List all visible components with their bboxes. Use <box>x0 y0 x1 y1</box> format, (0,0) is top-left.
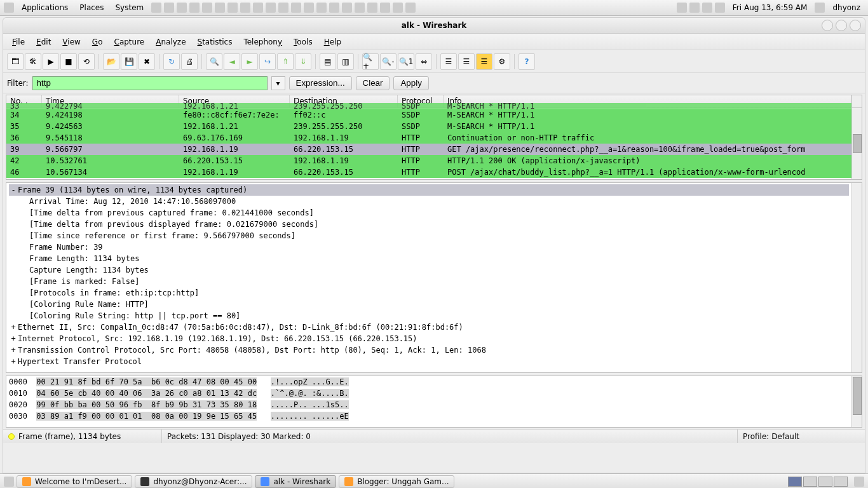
packet-row[interactable]: 339.422794192.168.1.21239.255.255.250SSD… <box>6 103 851 109</box>
task-button[interactable]: alk - Wireshark <box>255 475 336 488</box>
details-row[interactable]: +Internet Protocol, Src: 192.168.1.19 (1… <box>9 333 849 344</box>
stop-capture-icon[interactable]: ■ <box>60 53 77 70</box>
status-profile[interactable]: Profile: Default <box>738 430 865 443</box>
details-row[interactable]: -Frame 39 (1134 bytes on wire, 1134 byte… <box>9 184 849 196</box>
collapse-icon[interactable]: - <box>9 186 18 194</box>
details-row[interactable]: +Transmission Control Protocol, Src Port… <box>9 344 849 356</box>
launcher-icon[interactable] <box>202 3 212 13</box>
colorize-icon[interactable]: ▤ <box>320 53 336 70</box>
go-back-icon[interactable]: ◄ <box>224 53 240 70</box>
packet-list-scrollbar[interactable] <box>851 108 862 179</box>
resize-cols-icon[interactable]: ⇔ <box>416 53 432 70</box>
task-button[interactable]: dhyonz@Dhyonz-Acer:... <box>135 475 252 488</box>
details-row[interactable]: +Ethernet II, Src: CompalIn_0c:d8:47 (70… <box>9 322 849 333</box>
menu-statistics[interactable]: Statistics <box>193 36 238 48</box>
hex-row[interactable]: 0020 99 0f bb ba 00 50 96 fb 8f b9 9b 31… <box>9 400 849 412</box>
menu-help[interactable]: Help <box>319 36 346 48</box>
zoom-in-icon[interactable]: 🔍+ <box>362 53 379 70</box>
user-menu[interactable]: dhyonz <box>829 3 864 12</box>
expand-icon[interactable]: + <box>9 357 18 366</box>
titlebar[interactable]: alk - Wireshark <box>3 18 865 34</box>
filter-input[interactable] <box>32 76 268 90</box>
zoom-reset-icon[interactable]: 🔍1 <box>398 53 414 70</box>
details-row[interactable]: [Frame is marked: False] <box>9 276 849 287</box>
packet-row[interactable]: 4210.53276166.220.153.15192.168.1.19HTTP… <box>6 155 851 166</box>
details-row[interactable]: Frame Length: 1134 bytes <box>9 253 849 264</box>
close-file-icon[interactable]: ✖ <box>139 53 155 70</box>
find-icon[interactable]: 🔍 <box>206 53 222 70</box>
launcher-icon[interactable] <box>329 3 339 13</box>
reload-icon[interactable]: ↻ <box>163 53 180 70</box>
menu-capture[interactable]: Capture <box>109 36 149 48</box>
start-capture-icon[interactable]: ▶ <box>43 53 59 70</box>
menu-analyze[interactable]: Analyze <box>151 36 191 48</box>
hex-scrollbar[interactable] <box>851 376 862 427</box>
packet-row[interactable]: 349.424198fe80::c8cf:f6e7:7e2e:ff02::cSS… <box>6 109 851 121</box>
go-forward-icon[interactable]: ► <box>241 53 258 70</box>
menu-tools[interactable]: Tools <box>288 36 318 48</box>
launcher-icon[interactable] <box>278 3 288 13</box>
task-button[interactable]: Blogger: Unggah Gam... <box>339 475 454 488</box>
launcher-icon[interactable] <box>164 3 174 13</box>
launcher-icon[interactable] <box>380 3 390 13</box>
filter-dropdown[interactable]: ▾ <box>271 76 285 90</box>
workspace-4[interactable] <box>834 477 848 487</box>
hex-row[interactable]: 0030 03 89 a1 f9 00 00 01 01 08 0a 00 19… <box>9 412 849 423</box>
workspace-1[interactable] <box>788 477 802 487</box>
display-filters-icon[interactable]: ☰ <box>458 53 475 70</box>
options-icon[interactable]: 🛠 <box>25 53 41 70</box>
launcher-icon[interactable] <box>177 3 187 13</box>
launcher-icon[interactable] <box>316 3 327 13</box>
details-row[interactable]: Frame Number: 39 <box>9 241 849 253</box>
expression-button[interactable]: Expression... <box>289 76 352 90</box>
coloring-rules-icon[interactable]: ☰ <box>476 53 492 70</box>
launcher-icon[interactable] <box>342 3 352 13</box>
launcher-icon[interactable] <box>227 3 238 13</box>
applications-menu[interactable]: Applications <box>18 2 72 13</box>
menu-edit[interactable]: Edit <box>31 36 56 48</box>
close-button[interactable] <box>850 20 861 31</box>
go-last-icon[interactable]: ⇓ <box>295 53 311 70</box>
task-button[interactable]: Welcome to I'mDesert... <box>17 475 132 488</box>
hex-row[interactable]: 0000 00 21 91 8f bd 6f 70 5a b6 0c d8 47… <box>9 377 849 389</box>
launcher-icon[interactable] <box>253 3 263 13</box>
launcher-icon[interactable] <box>367 3 377 13</box>
volume-icon[interactable] <box>689 3 700 13</box>
expert-info-led-icon[interactable] <box>8 433 15 440</box>
launcher-icon[interactable] <box>266 3 276 13</box>
preferences-icon[interactable]: ⚙ <box>494 53 510 70</box>
show-desktop-icon[interactable] <box>4 477 14 487</box>
workspace-switcher[interactable] <box>788 477 848 487</box>
autoscroll-icon[interactable]: ▥ <box>337 53 354 70</box>
expand-icon[interactable]: + <box>9 323 18 332</box>
menu-telephony[interactable]: Telephony <box>238 36 287 48</box>
go-first-icon[interactable]: ⇑ <box>277 53 294 70</box>
packet-row[interactable]: 399.566797192.168.1.1966.220.153.15HTTPG… <box>6 144 851 155</box>
print-icon[interactable]: 🖨 <box>181 53 198 70</box>
details-row[interactable]: [Time since reference or first frame: 9.… <box>9 230 849 241</box>
details-row[interactable]: [Coloring Rule String: http || tcp.port … <box>9 310 849 322</box>
restart-capture-icon[interactable]: ⟲ <box>78 53 95 70</box>
details-row[interactable]: [Time delta from previous captured frame… <box>9 207 849 219</box>
tray-icon[interactable] <box>677 3 687 13</box>
menu-go[interactable]: Go <box>87 36 108 48</box>
zoom-out-icon[interactable]: 🔍- <box>380 53 397 70</box>
launcher-icon[interactable] <box>405 3 416 13</box>
launcher-icon[interactable] <box>215 3 225 13</box>
launcher-icon[interactable] <box>393 3 403 13</box>
launcher-icon[interactable] <box>240 3 250 13</box>
launcher-icon[interactable] <box>291 3 301 13</box>
mail-icon[interactable] <box>715 3 725 13</box>
launcher-icon[interactable] <box>151 3 161 13</box>
details-row[interactable]: [Time delta from previous displayed fram… <box>9 219 849 230</box>
clear-button[interactable]: Clear <box>356 76 390 90</box>
menu-file[interactable]: File <box>7 36 30 48</box>
details-row[interactable]: [Protocols in frame: eth:ip:tcp:http] <box>9 287 849 299</box>
capture-filters-icon[interactable]: ☰ <box>440 53 457 70</box>
interfaces-icon[interactable]: 🗔 <box>7 53 24 70</box>
maximize-button[interactable] <box>836 20 847 31</box>
apply-button[interactable]: Apply <box>393 76 428 90</box>
user-status-icon[interactable] <box>815 3 825 13</box>
expand-icon[interactable]: + <box>9 334 18 343</box>
details-scrollbar[interactable] <box>851 183 862 372</box>
